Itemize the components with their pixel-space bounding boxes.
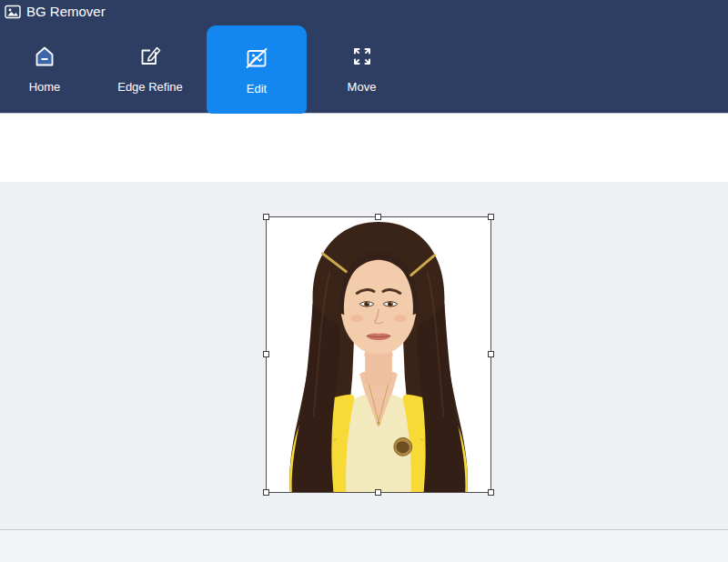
tab-edit-label: Edit	[247, 82, 267, 95]
subject-photo	[267, 217, 490, 492]
resize-handle-top-middle[interactable]	[375, 214, 381, 220]
app-title: BG Remover	[26, 4, 106, 19]
toolbar: Color ••• Image Crop	[0, 114, 728, 182]
resize-handle-top-left[interactable]	[263, 214, 269, 220]
image-selection-box[interactable]	[266, 216, 491, 493]
resize-handle-bottom-right[interactable]	[488, 489, 494, 496]
tab-home-label: Home	[29, 80, 61, 94]
tab-move-label: Move	[348, 80, 377, 94]
status-bar: 40%	[0, 529, 728, 562]
resize-handle-bottom-left[interactable]	[263, 489, 269, 496]
resize-handle-bottom-middle[interactable]	[375, 489, 381, 496]
title-bar: BG Remover	[0, 0, 728, 23]
home-icon	[31, 43, 58, 70]
tab-edge-refine-label: Edge Refine	[117, 80, 183, 94]
resize-handle-middle-right[interactable]	[488, 351, 494, 357]
resize-handle-top-right[interactable]	[488, 214, 494, 220]
tab-home[interactable]: Home	[4, 23, 86, 114]
tab-edit[interactable]: Edit	[207, 25, 307, 114]
resize-handle-middle-left[interactable]	[263, 351, 269, 357]
move-icon	[349, 43, 376, 70]
nav-bar: Home Edge Refine Edit	[0, 23, 728, 114]
app-logo-icon	[5, 5, 21, 19]
tab-move[interactable]: Move	[314, 23, 410, 114]
tab-edge-refine[interactable]: Edge Refine	[96, 23, 205, 114]
edge-refine-icon	[136, 43, 164, 70]
edit-image-icon	[243, 45, 270, 72]
bg-remover-window: BG Remover Home Edge Refine	[0, 0, 728, 562]
